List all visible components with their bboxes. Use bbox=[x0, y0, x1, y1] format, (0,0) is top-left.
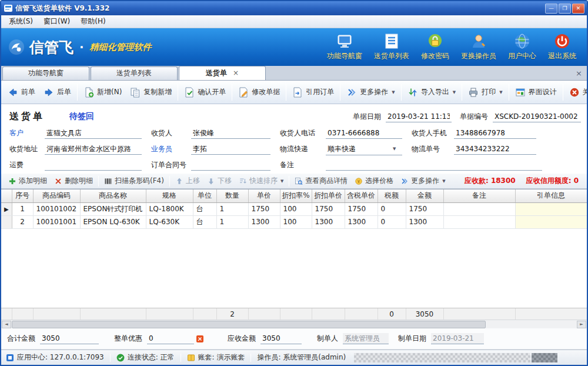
cell-tax[interactable]: 0 bbox=[377, 215, 406, 228]
scroll-right-icon[interactable]: ► bbox=[577, 321, 586, 328]
cell-code[interactable]: 100101002 bbox=[33, 202, 80, 215]
cell-ref-info[interactable] bbox=[515, 202, 587, 215]
cell-price[interactable]: 1300 bbox=[248, 215, 280, 228]
maximize-button[interactable]: ❐ bbox=[559, 4, 571, 14]
row-selector[interactable]: ▶ bbox=[1, 202, 12, 215]
more-detail-operations-button[interactable]: 更多操作 ▼ bbox=[397, 175, 449, 188]
quick-sort-button[interactable]: 快速排序 ▼ bbox=[235, 175, 287, 188]
cell-seq[interactable]: 1 bbox=[12, 202, 33, 215]
col-header[interactable]: 商品名称 bbox=[80, 189, 146, 202]
chevron-down-icon[interactable]: ▼ bbox=[392, 147, 397, 151]
express-combo[interactable]: ▼ bbox=[326, 144, 402, 155]
discount-edit-icon[interactable] bbox=[196, 335, 204, 343]
col-header[interactable]: 数量 bbox=[216, 189, 248, 202]
tab-nav-window[interactable]: 功能导航窗 bbox=[2, 66, 89, 80]
cell-code[interactable]: 100101001 bbox=[33, 215, 80, 228]
quote-order-button[interactable]: 引用订单 bbox=[288, 83, 338, 102]
customer-field[interactable] bbox=[45, 128, 142, 139]
salesman-field[interactable] bbox=[191, 144, 270, 155]
print-button[interactable]: 打印 ▼ bbox=[464, 83, 506, 102]
move-down-button[interactable]: 下移 bbox=[203, 175, 235, 188]
banner-action-user-center[interactable]: 用户中心 bbox=[508, 33, 536, 61]
cell-unit[interactable]: 台 bbox=[193, 202, 216, 215]
cell-discount-rate[interactable]: 100 bbox=[280, 202, 312, 215]
receiver-field[interactable] bbox=[191, 128, 270, 139]
table-row[interactable]: 2 100101001 EPSON LQ-630K LQ-630K 台 1 13… bbox=[1, 215, 587, 228]
tab-delivery-order[interactable]: 送货单× bbox=[179, 66, 266, 80]
menu-system[interactable]: 系统(S) bbox=[4, 15, 38, 28]
scrollbar-track[interactable] bbox=[12, 321, 576, 328]
menu-window[interactable]: 窗口(W) bbox=[38, 15, 75, 28]
scan-barcode-button[interactable]: 扫描条形码(F4) bbox=[101, 175, 168, 188]
confirm-doc-button[interactable]: 确认开单 bbox=[180, 83, 230, 102]
cell-discount-rate[interactable]: 100 bbox=[280, 215, 312, 228]
minimize-button[interactable]: — bbox=[545, 4, 557, 14]
receivable-amount-field[interactable] bbox=[260, 333, 302, 344]
cell-name[interactable]: EPSON针式打印机 bbox=[80, 202, 146, 215]
tab-close-icon[interactable]: × bbox=[233, 69, 239, 77]
doc-no-field[interactable] bbox=[493, 111, 581, 122]
tab-delivery-list[interactable]: 送货单列表 bbox=[91, 66, 178, 80]
col-header[interactable]: 折扣单价 bbox=[312, 189, 345, 202]
col-header[interactable]: 商品编码 bbox=[33, 189, 80, 202]
row-selector[interactable] bbox=[1, 215, 12, 228]
new-doc-button[interactable]: 新增(N) bbox=[79, 83, 126, 102]
banner-action-list[interactable]: 送货单列表 bbox=[374, 33, 409, 61]
col-header[interactable]: 单位 bbox=[193, 189, 216, 202]
cell-price[interactable]: 1750 bbox=[248, 202, 280, 215]
banner-action-operator[interactable]: 更换操作员 bbox=[461, 33, 496, 61]
contract-field[interactable] bbox=[191, 159, 270, 171]
cell-tax-price[interactable]: 1750 bbox=[345, 202, 377, 215]
receiver-phone-field[interactable] bbox=[326, 128, 402, 139]
copy-new-button[interactable]: 复制新增 bbox=[126, 83, 176, 102]
cell-discount-price[interactable]: 1750 bbox=[312, 202, 345, 215]
banner-action-exit[interactable]: 退出系统 bbox=[548, 33, 576, 61]
cell-amount[interactable]: 1750 bbox=[406, 202, 443, 215]
cell-spec[interactable]: LQ-1800K bbox=[146, 202, 193, 215]
col-header[interactable]: 规格 bbox=[146, 189, 193, 202]
doc-date-field[interactable] bbox=[386, 111, 452, 122]
add-detail-button[interactable]: 添加明细 bbox=[5, 175, 51, 188]
cell-discount-price[interactable]: 1300 bbox=[312, 215, 345, 228]
view-product-detail-button[interactable]: 查看商品详情 bbox=[291, 175, 351, 188]
customer-label[interactable]: 客户 bbox=[9, 128, 45, 138]
close-window-button[interactable]: 关闭窗口 bbox=[565, 83, 588, 102]
menu-help[interactable]: 帮助(H) bbox=[75, 15, 111, 28]
col-header[interactable]: 单价 bbox=[248, 189, 280, 202]
cell-remark[interactable] bbox=[443, 202, 515, 215]
edit-doc-button[interactable]: 修改单据 bbox=[234, 83, 284, 102]
cell-amount[interactable]: 1300 bbox=[406, 215, 443, 228]
next-doc-button[interactable]: 后单 bbox=[39, 83, 75, 102]
prev-doc-button[interactable]: 前单 bbox=[4, 83, 39, 102]
move-up-button[interactable]: 上移 bbox=[172, 175, 203, 188]
banner-action-password[interactable]: 修改密码 bbox=[421, 33, 449, 61]
discount-field[interactable] bbox=[147, 333, 194, 344]
import-export-button[interactable]: 导入导出 ▼ bbox=[403, 83, 460, 102]
total-amount-field[interactable] bbox=[40, 333, 99, 344]
delete-detail-button[interactable]: 删除明细 bbox=[51, 175, 96, 188]
ui-design-button[interactable]: 界面设计 bbox=[511, 83, 561, 102]
more-operations-button[interactable]: 更多操作 ▼ bbox=[342, 83, 399, 102]
cell-tax[interactable]: 0 bbox=[377, 202, 406, 215]
col-header[interactable]: 序号 bbox=[12, 189, 33, 202]
cell-spec[interactable]: LQ-630K bbox=[146, 215, 193, 228]
cell-name[interactable]: EPSON LQ-630K bbox=[80, 215, 146, 228]
cell-tax-price[interactable]: 1300 bbox=[345, 215, 377, 228]
col-header[interactable]: 引单信息 bbox=[515, 189, 587, 202]
express-field[interactable] bbox=[326, 144, 392, 155]
receiver-mobile-field[interactable] bbox=[454, 128, 536, 139]
cell-seq[interactable]: 2 bbox=[12, 215, 33, 228]
banner-action-nav[interactable]: 功能导航窗 bbox=[327, 33, 362, 61]
freight-field[interactable] bbox=[45, 159, 142, 171]
remark-field[interactable] bbox=[326, 159, 542, 171]
salesman-label[interactable]: 业务员 bbox=[151, 144, 191, 154]
tabstrip-close-icon[interactable]: × bbox=[572, 69, 586, 78]
table-row[interactable]: ▶ 1 100101002 EPSON针式打印机 LQ-1800K 台 1 17… bbox=[1, 202, 587, 215]
select-price-button[interactable]: 选择价格 bbox=[351, 175, 397, 188]
horizontal-scrollbar[interactable]: ◄ ► bbox=[1, 320, 587, 328]
cell-qty[interactable]: 1 bbox=[216, 215, 248, 228]
cell-remark[interactable] bbox=[443, 215, 515, 228]
col-header[interactable]: 税额 bbox=[377, 189, 406, 202]
col-header[interactable]: 折扣率% bbox=[280, 189, 312, 202]
cell-unit[interactable]: 台 bbox=[193, 215, 216, 228]
